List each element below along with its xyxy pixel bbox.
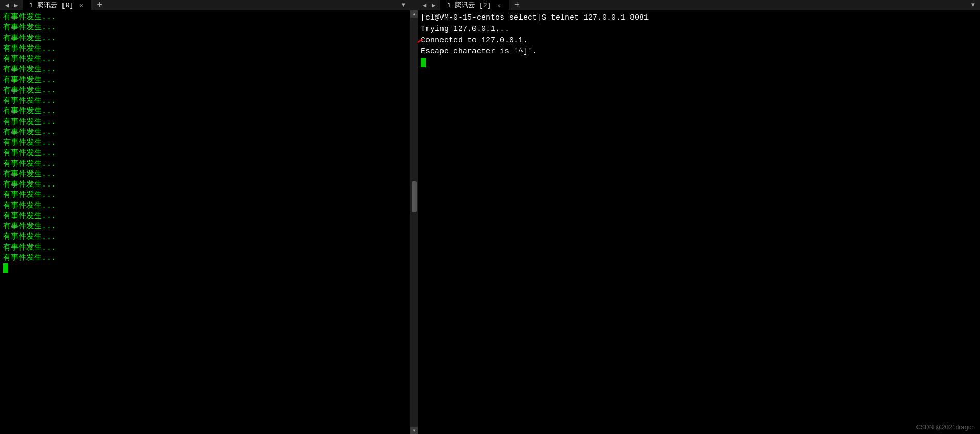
right-tab-0[interactable]: 1 腾讯云 [2] ✕ (440, 0, 509, 10)
right-tab-add[interactable]: + (509, 0, 525, 10)
left-terminal-line: 有事件发生... (3, 148, 407, 159)
left-terminal-line: 有事件发生... (3, 106, 407, 117)
right-terminal-line: Escape character is '^]'. (421, 46, 977, 57)
left-terminal-line: 有事件发生... (3, 190, 407, 200)
left-tab-0-label: 1 腾讯云 [0] (29, 1, 73, 10)
left-terminal-line: 有事件发生... (3, 86, 407, 96)
right-terminal-content: [cl@VM-0-15-centos select]$ telnet 127.0… (418, 10, 980, 434)
scrollbar-thumb[interactable] (412, 181, 417, 212)
right-nav-down[interactable]: ▼ (969, 1, 977, 10)
left-tab-nav-right[interactable]: ▼ (397, 0, 410, 10)
left-tab-add[interactable]: + (91, 0, 107, 10)
left-tab-nav[interactable]: ◀ ▶ (0, 0, 23, 10)
left-nav-next[interactable]: ▶ (12, 1, 20, 10)
right-terminal-cursor-line (421, 57, 977, 69)
right-tab-nav-right[interactable]: ▼ (966, 0, 980, 10)
scrollbar-track[interactable] (410, 18, 418, 427)
left-terminal-line: 有事件发生... (3, 201, 407, 211)
right-tab-bar: ◀ ▶ 1 腾讯云 [2] ✕ + ▼ (418, 0, 980, 10)
tab-bar-container: ◀ ▶ 1 腾讯云 [0] ✕ + ▼ ◀ ▶ 1 腾讯云 [2] ✕ + ▼ (0, 0, 980, 10)
scroll-up-arrow[interactable]: ▲ (410, 10, 418, 18)
left-terminal-line: 有事件发生... (3, 23, 407, 33)
left-terminal-line: 有事件发生... (3, 243, 407, 253)
left-tab-bar: ◀ ▶ 1 腾讯云 [0] ✕ + ▼ (0, 0, 410, 10)
left-terminal-line: 有事件发生... (3, 12, 407, 23)
right-terminal-line: Trying 127.0.0.1... (421, 24, 977, 35)
left-terminal-line: 有事件发生... (3, 54, 407, 65)
right-terminal-line: Connected to 127.0.0.1. (421, 35, 977, 47)
left-terminal-line: 有事件发生... (3, 75, 407, 86)
right-tab-0-label: 1 腾讯云 [2] (447, 1, 491, 10)
left-terminal-pane[interactable]: 有事件发生...有事件发生...有事件发生...有事件发生...有事件发生...… (0, 10, 410, 434)
left-terminal-line: 有事件发生... (3, 96, 407, 106)
left-terminal-line: 有事件发生... (3, 159, 407, 169)
pane-divider: ▲ ▼ (410, 10, 418, 434)
right-nav-prev[interactable]: ◀ (421, 1, 429, 10)
left-terminal-line: 有事件发生... (3, 222, 407, 232)
left-terminal-content: 有事件发生...有事件发生...有事件发生...有事件发生...有事件发生...… (0, 10, 410, 434)
right-terminal-cursor (421, 58, 426, 67)
left-terminal-cursor-line (3, 264, 407, 274)
left-nav-prev[interactable]: ◀ (3, 1, 11, 10)
scroll-down-arrow[interactable]: ▼ (410, 427, 418, 434)
left-terminal-line: 有事件发生... (3, 211, 407, 222)
watermark: CSDN @2021dragon (916, 424, 975, 431)
right-tab-nav[interactable]: ◀ ▶ (418, 0, 440, 10)
left-tab-0-close[interactable]: ✕ (77, 2, 85, 9)
terminals-container: 有事件发生...有事件发生...有事件发生...有事件发生...有事件发生...… (0, 10, 980, 434)
left-terminal-line: 有事件发生... (3, 65, 407, 75)
left-terminal-line: 有事件发生... (3, 128, 407, 138)
left-terminal-line: 有事件发生... (3, 253, 407, 264)
tab-divider (410, 0, 418, 10)
terminal-cursor (3, 264, 8, 273)
right-nav-next[interactable]: ▶ (430, 1, 437, 10)
left-terminal-line: 有事件发生... (3, 117, 407, 128)
right-terminal-pane[interactable]: [cl@VM-0-15-centos select]$ telnet 127.0… (418, 10, 980, 434)
left-terminal-line: 有事件发生... (3, 180, 407, 190)
left-nav-down[interactable]: ▼ (400, 1, 407, 10)
left-terminal-line: 有事件发生... (3, 169, 407, 180)
left-terminal-line: 有事件发生... (3, 34, 407, 44)
left-tab-0[interactable]: 1 腾讯云 [0] ✕ (23, 0, 91, 10)
left-terminal-line: 有事件发生... (3, 138, 407, 148)
right-tab-0-close[interactable]: ✕ (495, 2, 502, 9)
right-terminal-prompt: [cl@VM-0-15-centos select]$ telnet 127.0… (421, 12, 977, 24)
left-terminal-line: 有事件发生... (3, 232, 407, 242)
left-terminal-line: 有事件发生... (3, 44, 407, 54)
